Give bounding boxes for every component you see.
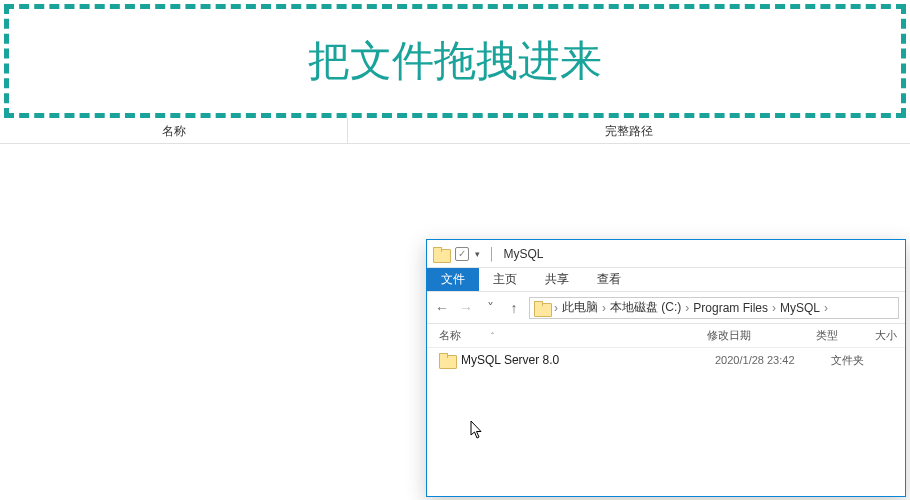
sort-indicator-icon: ˆ <box>491 331 494 341</box>
folder-icon <box>433 247 449 261</box>
list-header-type[interactable]: 类型 <box>816 328 875 343</box>
breadcrumb[interactable]: MySQL <box>780 301 820 315</box>
column-path[interactable]: 完整路径 <box>348 118 910 143</box>
ribbon-tab-share[interactable]: 共享 <box>531 268 583 291</box>
nav-forward-icon[interactable]: → <box>457 300 475 316</box>
properties-icon[interactable]: ✓ <box>455 247 469 261</box>
chevron-right-icon: › <box>602 301 606 315</box>
main-column-header: 名称 完整路径 <box>0 118 910 144</box>
file-name: MySQL Server 8.0 <box>461 353 709 367</box>
list-header-date[interactable]: 修改日期 <box>707 328 816 343</box>
list-header-name[interactable]: 名称 ˆ <box>439 328 707 343</box>
chevron-right-icon: › <box>824 301 828 315</box>
breadcrumb[interactable]: 本地磁盘 (C:) <box>610 299 681 316</box>
list-header: 名称 ˆ 修改日期 类型 大小 <box>427 324 905 348</box>
folder-icon <box>439 353 455 367</box>
breadcrumb[interactable]: 此电脑 <box>562 299 598 316</box>
nav-history-dropdown-icon[interactable]: ˅ <box>481 300 499 316</box>
quick-access-toolbar: ✓ ▾ <box>433 247 480 261</box>
explorer-window[interactable]: ✓ ▾ │ MySQL 文件 主页 共享 查看 ← → ˅ ↑ › 此电脑 › … <box>426 239 906 497</box>
dropzone-label: 把文件拖拽进来 <box>308 33 602 89</box>
dropzone[interactable]: 把文件拖拽进来 <box>4 4 906 118</box>
window-title: MySQL <box>504 247 544 261</box>
chevron-right-icon: › <box>685 301 689 315</box>
titlebar[interactable]: ✓ ▾ │ MySQL <box>427 240 905 268</box>
list-item[interactable]: MySQL Server 8.0 2020/1/28 23:42 文件夹 <box>427 348 905 372</box>
chevron-down-icon[interactable]: ▾ <box>475 249 480 259</box>
list-body[interactable]: MySQL Server 8.0 2020/1/28 23:42 文件夹 <box>427 348 905 496</box>
folder-icon <box>534 301 550 315</box>
nav-row: ← → ˅ ↑ › 此电脑 › 本地磁盘 (C:) › Program File… <box>427 292 905 324</box>
chevron-right-icon: › <box>772 301 776 315</box>
file-type: 文件夹 <box>831 353 891 368</box>
nav-back-icon[interactable]: ← <box>433 300 451 316</box>
ribbon-tab-file[interactable]: 文件 <box>427 268 479 291</box>
breadcrumb[interactable]: Program Files <box>693 301 768 315</box>
file-date: 2020/1/28 23:42 <box>715 354 825 366</box>
column-name[interactable]: 名称 <box>0 118 348 143</box>
list-header-size[interactable]: 大小 <box>875 328 905 343</box>
title-separator: │ <box>488 247 496 261</box>
ribbon-tab-home[interactable]: 主页 <box>479 268 531 291</box>
nav-up-icon[interactable]: ↑ <box>505 300 523 316</box>
address-bar[interactable]: › 此电脑 › 本地磁盘 (C:) › Program Files › MySQ… <box>529 297 899 319</box>
list-header-name-label: 名称 <box>439 328 461 343</box>
chevron-right-icon: › <box>554 301 558 315</box>
ribbon: 文件 主页 共享 查看 <box>427 268 905 292</box>
ribbon-tab-view[interactable]: 查看 <box>583 268 635 291</box>
